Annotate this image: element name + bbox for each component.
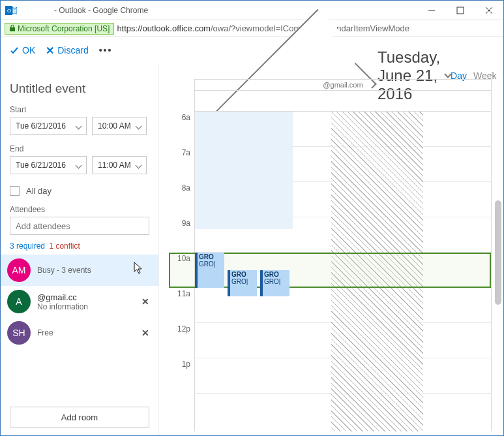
all-day-row[interactable]	[195, 91, 491, 112]
calendar-event[interactable]: GROGRO|	[260, 270, 289, 296]
scheduling-grid: @gmail.com 6a 7a 8a 9a 10a 11a 12p 1p	[159, 63, 503, 435]
start-date-picker[interactable]: Tue 6/21/2016	[10, 117, 87, 135]
remove-attendee-button[interactable]: ✕	[141, 296, 149, 307]
url-text: https://outlook.office.com/owa/?viewmode…	[117, 23, 409, 33]
attendees-label: Attendees	[10, 205, 149, 214]
all-day-label: All day	[26, 186, 52, 196]
hour-label: 12p	[177, 324, 190, 334]
calendar-column-name: @gmail.com	[195, 80, 491, 91]
time-slots[interactable]: GROGRO| GROGRO| GROGRO|	[194, 112, 492, 431]
start-label: Start	[10, 105, 149, 114]
attendee-status: No information	[37, 302, 135, 311]
calendar-event[interactable]: GROGRO|	[228, 270, 257, 296]
vertical-scrollbar[interactable]	[495, 200, 501, 305]
lock-icon	[9, 25, 16, 32]
attendee-row[interactable]: SH Free ✕	[1, 317, 158, 349]
window-titlebar: O - Outlook - Google Chrome	[1, 1, 503, 20]
event-title[interactable]: Untitled event	[10, 82, 149, 96]
all-day-checkbox[interactable]	[10, 186, 20, 196]
more-options-button[interactable]: •••	[99, 45, 113, 55]
end-date-picker[interactable]: Tue 6/21/2016	[10, 156, 87, 174]
hour-label: 1p	[182, 360, 190, 369]
window-title: - Outlook - Google Chrome	[22, 6, 417, 15]
window-close-button[interactable]	[475, 1, 503, 20]
remove-attendee-button[interactable]: ✕	[141, 328, 149, 338]
grid-header: @gmail.com	[194, 79, 492, 112]
ssl-badge: Microsoft Corporation [US]	[5, 23, 114, 35]
end-time-picker[interactable]: 11:00 AM	[92, 156, 147, 174]
cursor-icon	[134, 262, 144, 277]
window-minimize-button[interactable]	[417, 1, 446, 20]
ok-button[interactable]: OK	[10, 45, 35, 55]
address-bar[interactable]: Microsoft Corporation [US] https://outlo…	[1, 20, 503, 37]
calendar-event[interactable]: GROGRO|	[195, 253, 224, 288]
hour-label: 6a	[182, 113, 190, 122]
attendee-summary: 3 required 1 conflict	[10, 241, 149, 251]
freebusy-tentative	[195, 112, 293, 229]
event-form-panel: Untitled event Start Tue 6/21/2016 10:00…	[1, 63, 159, 435]
start-time-picker[interactable]: 10:00 AM	[92, 117, 147, 135]
attendee-status: Busy - 3 events	[37, 266, 149, 275]
attendee-status: Free	[37, 328, 135, 337]
outlook-app-icon: O	[5, 4, 18, 17]
chevron-down-icon	[136, 162, 142, 168]
hour-label: 7a	[182, 148, 190, 157]
hour-label: 9a	[182, 219, 190, 228]
end-label: End	[10, 144, 149, 153]
window-maximize-button[interactable]	[446, 1, 475, 20]
hour-label: 11a	[177, 289, 190, 298]
avatar: AM	[7, 258, 31, 282]
svg-rect-4	[457, 7, 464, 14]
chevron-down-icon	[76, 162, 82, 168]
chevron-down-icon	[76, 123, 82, 129]
hour-label: 8a	[182, 183, 190, 193]
attendee-row[interactable]: A @gmail.cc No information ✕	[1, 286, 158, 317]
attendee-name: @gmail.cc	[37, 292, 135, 302]
avatar: A	[7, 290, 31, 313]
close-icon: ✕	[46, 44, 54, 57]
avatar: SH	[7, 321, 31, 345]
svg-text:O: O	[7, 8, 11, 14]
attendees-input[interactable]	[10, 217, 149, 235]
chevron-down-icon	[136, 123, 142, 129]
add-room-button[interactable]: Add room	[10, 407, 149, 428]
discard-button[interactable]: ✕ Discard	[46, 44, 88, 57]
svg-rect-7	[10, 27, 15, 31]
